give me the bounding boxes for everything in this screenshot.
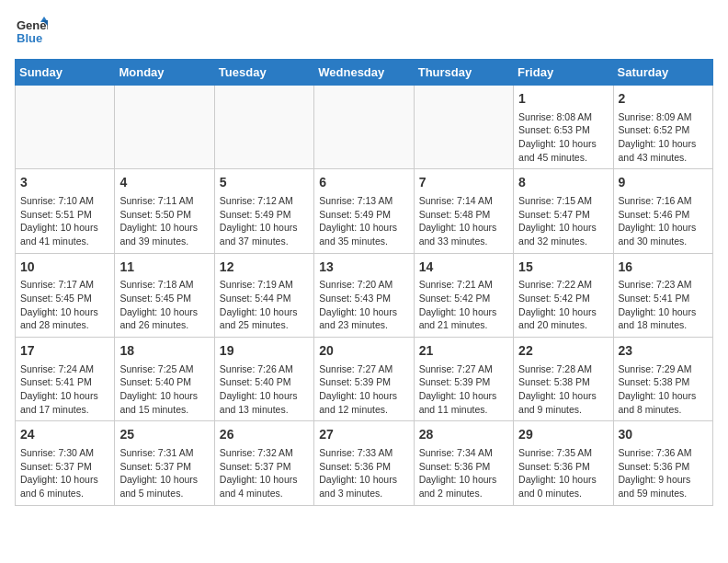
day-number: 29 [518,426,608,444]
calendar-cell: 13Sunrise: 7:20 AMSunset: 5:43 PMDayligh… [314,253,414,337]
calendar-cell: 5Sunrise: 7:12 AMSunset: 5:49 PMDaylight… [214,169,313,253]
day-number: 17 [20,342,109,361]
day-info: Sunrise: 7:20 AMSunset: 5:43 PMDaylight:… [319,278,408,332]
day-info: Sunrise: 7:11 AMSunset: 5:50 PMDaylight:… [119,194,209,248]
day-info: Sunrise: 7:26 AMSunset: 5:40 PMDaylight:… [220,362,309,417]
day-number: 7 [419,174,508,192]
calendar-cell: 12Sunrise: 7:19 AMSunset: 5:44 PMDayligh… [214,253,313,337]
day-number: 14 [419,259,508,277]
calendar-cell [115,86,214,169]
calendar-cell: 25Sunrise: 7:31 AMSunset: 5:37 PMDayligh… [115,421,214,505]
calendar-cell: 17Sunrise: 7:24 AMSunset: 5:41 PMDayligh… [16,338,115,421]
day-number: 30 [619,426,708,444]
day-number: 10 [20,259,109,277]
day-number: 16 [619,259,708,277]
day-info: Sunrise: 7:17 AMSunset: 5:45 PMDaylight:… [20,278,109,332]
calendar-cell: 16Sunrise: 7:23 AMSunset: 5:41 PMDayligh… [613,253,712,337]
calendar-week-4: 17Sunrise: 7:24 AMSunset: 5:41 PMDayligh… [16,338,713,421]
day-info: Sunrise: 7:30 AMSunset: 5:37 PMDaylight:… [20,446,109,500]
calendar-cell [414,86,513,169]
calendar-cell: 30Sunrise: 7:36 AMSunset: 5:36 PMDayligh… [613,421,712,505]
day-info: Sunrise: 8:09 AMSunset: 6:52 PMDaylight:… [619,110,708,165]
calendar-cell: 26Sunrise: 7:32 AMSunset: 5:37 PMDayligh… [214,421,313,505]
logo: General Blue [15,15,48,48]
day-number: 1 [518,90,608,109]
day-info: Sunrise: 7:16 AMSunset: 5:46 PMDaylight:… [619,194,708,248]
calendar-cell: 9Sunrise: 7:16 AMSunset: 5:46 PMDaylight… [613,169,712,253]
calendar-cell [16,86,115,169]
calendar-cell: 23Sunrise: 7:29 AMSunset: 5:38 PMDayligh… [613,338,712,421]
calendar-week-3: 10Sunrise: 7:17 AMSunset: 5:45 PMDayligh… [16,253,713,337]
day-number: 13 [319,259,408,277]
day-number: 5 [220,174,309,192]
calendar-cell [314,86,414,169]
calendar-cell: 28Sunrise: 7:34 AMSunset: 5:36 PMDayligh… [414,421,513,505]
calendar-week-5: 24Sunrise: 7:30 AMSunset: 5:37 PMDayligh… [16,421,713,505]
calendar-cell: 1Sunrise: 8:08 AMSunset: 6:53 PMDaylight… [514,86,613,169]
day-number: 12 [220,259,309,277]
day-info: Sunrise: 7:34 AMSunset: 5:36 PMDaylight:… [419,446,508,500]
day-number: 20 [319,342,408,361]
weekday-header-friday: Friday [514,60,613,86]
weekday-header-sunday: Sunday [16,60,115,86]
calendar-cell: 7Sunrise: 7:14 AMSunset: 5:48 PMDaylight… [414,169,513,253]
calendar-cell: 14Sunrise: 7:21 AMSunset: 5:42 PMDayligh… [414,253,513,337]
calendar-cell: 21Sunrise: 7:27 AMSunset: 5:39 PMDayligh… [414,338,513,421]
day-number: 28 [419,426,508,444]
day-number: 3 [20,174,109,192]
day-info: Sunrise: 7:19 AMSunset: 5:44 PMDaylight:… [220,278,309,332]
weekday-header-saturday: Saturday [613,60,712,86]
header: General Blue [15,15,713,48]
calendar-header: SundayMondayTuesdayWednesdayThursdayFrid… [16,60,713,86]
day-info: Sunrise: 7:28 AMSunset: 5:38 PMDaylight:… [518,362,608,417]
calendar-cell: 8Sunrise: 7:15 AMSunset: 5:47 PMDaylight… [514,169,613,253]
day-number: 19 [220,342,309,361]
day-info: Sunrise: 7:13 AMSunset: 5:49 PMDaylight:… [319,194,408,248]
calendar-cell: 20Sunrise: 7:27 AMSunset: 5:39 PMDayligh… [314,338,414,421]
calendar-cell: 3Sunrise: 7:10 AMSunset: 5:51 PMDaylight… [16,169,115,253]
calendar-cell: 27Sunrise: 7:33 AMSunset: 5:36 PMDayligh… [314,421,414,505]
day-info: Sunrise: 7:31 AMSunset: 5:37 PMDaylight:… [119,446,209,500]
day-info: Sunrise: 7:10 AMSunset: 5:51 PMDaylight:… [20,194,109,248]
day-info: Sunrise: 7:29 AMSunset: 5:38 PMDaylight:… [619,362,708,417]
svg-text:Blue: Blue [17,31,42,45]
day-info: Sunrise: 7:27 AMSunset: 5:39 PMDaylight:… [419,362,508,417]
day-info: Sunrise: 7:15 AMSunset: 5:47 PMDaylight:… [518,194,608,248]
day-info: Sunrise: 7:18 AMSunset: 5:45 PMDaylight:… [119,278,209,332]
calendar: SundayMondayTuesdayWednesdayThursdayFrid… [15,59,713,506]
day-number: 23 [619,342,708,361]
weekday-header-thursday: Thursday [414,60,513,86]
day-info: Sunrise: 7:27 AMSunset: 5:39 PMDaylight:… [319,362,408,417]
calendar-cell [214,86,313,169]
day-number: 11 [119,259,209,277]
logo-icon: General Blue [15,15,48,48]
calendar-cell: 15Sunrise: 7:22 AMSunset: 5:42 PMDayligh… [514,253,613,337]
day-number: 2 [619,90,708,109]
day-info: Sunrise: 8:08 AMSunset: 6:53 PMDaylight:… [518,110,608,165]
day-info: Sunrise: 7:22 AMSunset: 5:42 PMDaylight:… [518,278,608,332]
calendar-cell: 18Sunrise: 7:25 AMSunset: 5:40 PMDayligh… [115,338,214,421]
calendar-week-1: 1Sunrise: 8:08 AMSunset: 6:53 PMDaylight… [16,86,713,169]
calendar-cell: 4Sunrise: 7:11 AMSunset: 5:50 PMDaylight… [115,169,214,253]
day-info: Sunrise: 7:33 AMSunset: 5:36 PMDaylight:… [319,446,408,500]
day-number: 9 [619,174,708,192]
day-number: 15 [518,259,608,277]
calendar-cell: 2Sunrise: 8:09 AMSunset: 6:52 PMDaylight… [613,86,712,169]
weekday-header-wednesday: Wednesday [314,60,414,86]
day-number: 27 [319,426,408,444]
day-number: 8 [518,174,608,192]
day-number: 18 [119,342,209,361]
calendar-week-2: 3Sunrise: 7:10 AMSunset: 5:51 PMDaylight… [16,169,713,253]
day-info: Sunrise: 7:25 AMSunset: 5:40 PMDaylight:… [119,362,209,417]
calendar-cell: 6Sunrise: 7:13 AMSunset: 5:49 PMDaylight… [314,169,414,253]
day-number: 25 [119,426,209,444]
day-number: 22 [518,342,608,361]
day-number: 24 [20,426,109,444]
calendar-cell: 19Sunrise: 7:26 AMSunset: 5:40 PMDayligh… [214,338,313,421]
weekday-header-monday: Monday [115,60,214,86]
day-number: 4 [119,174,209,192]
weekday-header-tuesday: Tuesday [214,60,313,86]
calendar-body: 1Sunrise: 8:08 AMSunset: 6:53 PMDaylight… [16,86,713,506]
calendar-cell: 24Sunrise: 7:30 AMSunset: 5:37 PMDayligh… [16,421,115,505]
day-info: Sunrise: 7:36 AMSunset: 5:36 PMDaylight:… [619,446,708,500]
